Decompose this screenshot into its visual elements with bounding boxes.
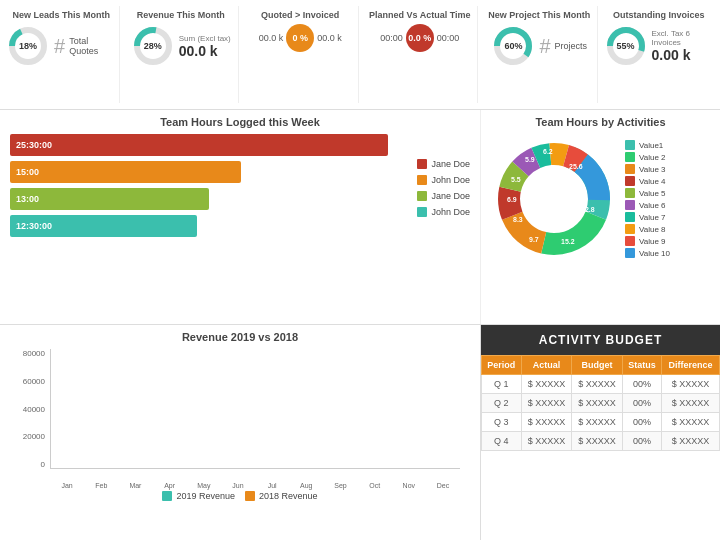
kpi-new-project: New Project This Month 60% # Projects xyxy=(482,6,598,103)
kpi-quoted: Quoted > Invoiced 00.0 k 0 % 00.0 k xyxy=(243,6,359,103)
bar-legend-label-1: John Doe xyxy=(431,175,470,185)
rev-legend-2019: 2019 Revenue xyxy=(162,491,235,501)
dl-dot-0 xyxy=(625,140,635,150)
activity-cell-status-1: 00% xyxy=(622,394,661,413)
dl-label-0: Value1 xyxy=(639,141,663,150)
middle-row: Team Hours Logged this Week 25:30:00 15:… xyxy=(0,110,720,325)
activity-cell-period-1: Q 2 xyxy=(482,394,522,413)
new-leads-hash-icon: # xyxy=(54,35,65,58)
dl-dot-7 xyxy=(625,224,635,234)
activity-cell-period-0: Q 1 xyxy=(482,375,522,394)
activity-cell-budget-2: $ XXXXX xyxy=(572,413,623,432)
donut-legend-7: Value 8 xyxy=(625,224,670,234)
dl-label-1: Value 2 xyxy=(639,153,666,162)
outstanding-pct: 55% xyxy=(616,41,634,51)
activities-title: Team Hours by Activities xyxy=(489,116,712,128)
col-actual: Actual xyxy=(521,356,572,375)
new-leads-donut: 18% xyxy=(6,24,50,68)
activity-cell-actual-2: $ XXXXX xyxy=(521,413,572,432)
bar-legend-1: John Doe xyxy=(417,175,470,185)
new-leads-label: Total Quotes xyxy=(69,36,116,56)
rev-dot-2018 xyxy=(245,491,255,501)
kpi-quoted-title: Quoted > Invoiced xyxy=(261,10,339,20)
outstanding-sub: Excl. Tax 6 Invoices xyxy=(652,29,715,47)
y-label-80k: 80000 xyxy=(10,349,45,358)
dl-label-9: Value 10 xyxy=(639,249,670,258)
kpi-new-leads-title: New Leads This Month xyxy=(12,10,110,20)
activity-header: ACTIVITY BUDGET xyxy=(481,325,720,355)
kpi-planned-title: Planned Vs Actual Time xyxy=(369,10,471,20)
donut-legend-4: Value 5 xyxy=(625,188,670,198)
activity-cell-budget-3: $ XXXXX xyxy=(572,432,623,451)
x-label-Feb: Feb xyxy=(84,482,118,489)
team-hours-title: Team Hours Logged this Week xyxy=(10,116,470,128)
bar-legend-dot-3 xyxy=(417,207,427,217)
x-label-Mar: Mar xyxy=(118,482,152,489)
activity-cell-budget-1: $ XXXXX xyxy=(572,394,623,413)
bar-val-3: 12:30:00 xyxy=(16,221,52,231)
revenue-bars-area xyxy=(50,349,460,469)
x-label-Nov: Nov xyxy=(392,482,426,489)
dl-dot-6 xyxy=(625,212,635,222)
activity-cell-status-0: 00% xyxy=(622,375,661,394)
donut-legend-9: Value 10 xyxy=(625,248,670,258)
donut-legend-1: Value 2 xyxy=(625,152,670,162)
col-budget: Budget xyxy=(572,356,623,375)
bar-track-0: 25:30:00 xyxy=(10,134,388,156)
revenue-legend: 2019 Revenue 2018 Revenue xyxy=(10,491,470,501)
rev-dot-2019 xyxy=(162,491,172,501)
svg-text:25.6: 25.6 xyxy=(569,163,583,170)
dl-label-7: Value 8 xyxy=(639,225,666,234)
activity-cell-diff-1: $ XXXXX xyxy=(662,394,720,413)
activity-cell-budget-0: $ XXXXX xyxy=(572,375,623,394)
dl-label-5: Value 6 xyxy=(639,201,666,210)
donut-legend-2: Value 3 xyxy=(625,164,670,174)
x-label-Aug: Aug xyxy=(289,482,323,489)
x-label-Jan: Jan xyxy=(50,482,84,489)
dl-label-3: Value 4 xyxy=(639,177,666,186)
bottom-row: Revenue 2019 vs 2018 80000 60000 40000 2… xyxy=(0,325,720,540)
activity-section: ACTIVITY BUDGET Period Actual Budget Sta… xyxy=(480,325,720,540)
bar-legend-0: Jane Doe xyxy=(417,159,470,169)
donut-legend-6: Value 7 xyxy=(625,212,670,222)
bar-row-0: 25:30:00 xyxy=(10,134,407,156)
planned-right: 00:00 xyxy=(437,33,460,43)
activities-donut: 25.6 22.8 15.2 9.7 8.3 6.9 5.5 5.9 6.2 xyxy=(489,134,619,264)
svg-text:5.9: 5.9 xyxy=(525,156,535,163)
bar-legend-3: John Doe xyxy=(417,207,470,217)
activity-row-2: Q 3$ XXXXX$ XXXXX00%$ XXXXX xyxy=(482,413,720,432)
revenue-x-labels: JanFebMarAprMayJunJulAugSepOctNovDec xyxy=(50,482,460,489)
activity-cell-period-3: Q 4 xyxy=(482,432,522,451)
activity-cell-status-2: 00% xyxy=(622,413,661,432)
new-project-pct: 60% xyxy=(504,41,522,51)
activity-row-1: Q 2$ XXXXX$ XXXXX00%$ XXXXX xyxy=(482,394,720,413)
rev-legend-2018: 2018 Revenue xyxy=(245,491,318,501)
kpi-outstanding-title: Outstanding Invoices xyxy=(613,10,705,20)
revenue-section: Revenue 2019 vs 2018 80000 60000 40000 2… xyxy=(0,325,480,540)
activity-cell-actual-1: $ XXXXX xyxy=(521,394,572,413)
dl-dot-8 xyxy=(625,236,635,246)
planned-left: 00:00 xyxy=(380,33,403,43)
svg-text:15.2: 15.2 xyxy=(561,238,575,245)
new-project-donut: 60% xyxy=(491,24,535,68)
donut-legend-0: Value1 xyxy=(625,140,670,150)
kpi-revenue: Revenue This Month 28% Sum (Excl tax) 00… xyxy=(124,6,240,103)
bar-row-3: 12:30:00 xyxy=(10,215,407,237)
bar-legend-label-0: Jane Doe xyxy=(431,159,470,169)
activity-cell-diff-2: $ XXXXX xyxy=(662,413,720,432)
activity-cell-actual-3: $ XXXXX xyxy=(521,432,572,451)
outstanding-big: 0.00 k xyxy=(652,47,715,63)
y-label-0: 0 xyxy=(10,460,45,469)
quoted-left: 00.0 k xyxy=(259,33,284,43)
activity-row-0: Q 1$ XXXXX$ XXXXX00%$ XXXXX xyxy=(482,375,720,394)
x-label-Jun: Jun xyxy=(221,482,255,489)
activity-cell-diff-0: $ XXXXX xyxy=(662,375,720,394)
bar-legend-dot-0 xyxy=(417,159,427,169)
donut-chart-area: 25.6 22.8 15.2 9.7 8.3 6.9 5.5 5.9 6.2 V… xyxy=(489,134,712,264)
activities-section: Team Hours by Activities xyxy=(480,110,720,324)
svg-text:5.5: 5.5 xyxy=(511,176,521,183)
bar-track-3: 12:30:00 xyxy=(10,215,197,237)
activity-row-3: Q 4$ XXXXX$ XXXXX00%$ XXXXX xyxy=(482,432,720,451)
x-label-May: May xyxy=(187,482,221,489)
new-leads-pct: 18% xyxy=(19,41,37,51)
